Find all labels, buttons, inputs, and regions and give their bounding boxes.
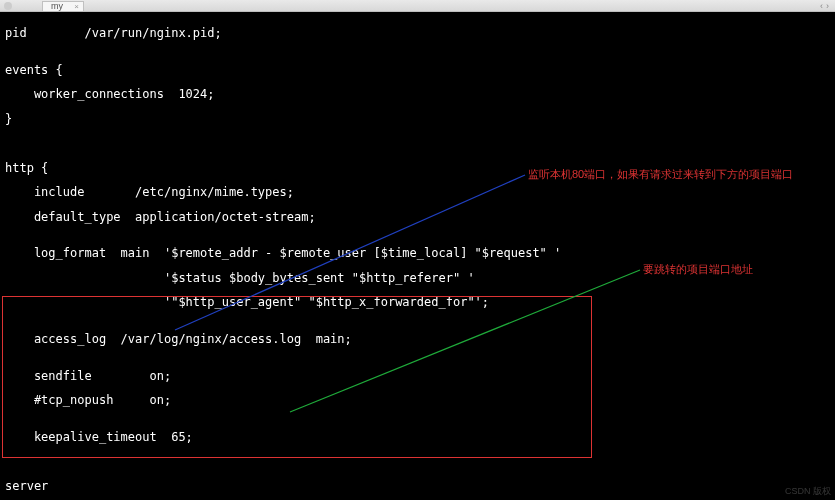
- annotation-text-listen: 监听本机80端口，如果有请求过来转到下方的项目端口: [528, 167, 793, 182]
- code-line: include /etc/nginx/mime.types;: [5, 186, 830, 198]
- code-line: default_type application/octet-stream;: [5, 211, 830, 223]
- watermark: CSDN 版权: [785, 485, 831, 498]
- window-close-icon[interactable]: [4, 2, 12, 10]
- code-line: keepalive_timeout 65;: [5, 431, 830, 443]
- code-line: sendfile on;: [5, 370, 830, 382]
- tab-close-icon[interactable]: ×: [74, 2, 79, 11]
- code-line: '"$http_user_agent" "$http_x_forwarded_f…: [5, 296, 830, 308]
- window-titlebar: my × ‹ ›: [0, 0, 835, 12]
- code-line: log_format main '$remote_addr - $remote_…: [5, 247, 830, 259]
- annotation-text-proxy: 要跳转的项目端口地址: [643, 262, 753, 277]
- code-line: pid /var/run/nginx.pid;: [5, 27, 830, 39]
- chevron-left-icon[interactable]: ‹: [820, 1, 823, 11]
- code-line: server: [5, 480, 830, 492]
- tab-label: my: [51, 1, 63, 11]
- chevron-right-icon[interactable]: ›: [826, 1, 829, 11]
- tab-my[interactable]: my ×: [42, 1, 84, 11]
- code-line: #tcp_nopush on;: [5, 394, 830, 406]
- code-line: }: [5, 113, 830, 125]
- code-line: worker_connections 1024;: [5, 88, 830, 100]
- code-line: access_log /var/log/nginx/access.log mai…: [5, 333, 830, 345]
- terminal-content: pid /var/run/nginx.pid; events { worker_…: [0, 12, 835, 500]
- code-line: events {: [5, 64, 830, 76]
